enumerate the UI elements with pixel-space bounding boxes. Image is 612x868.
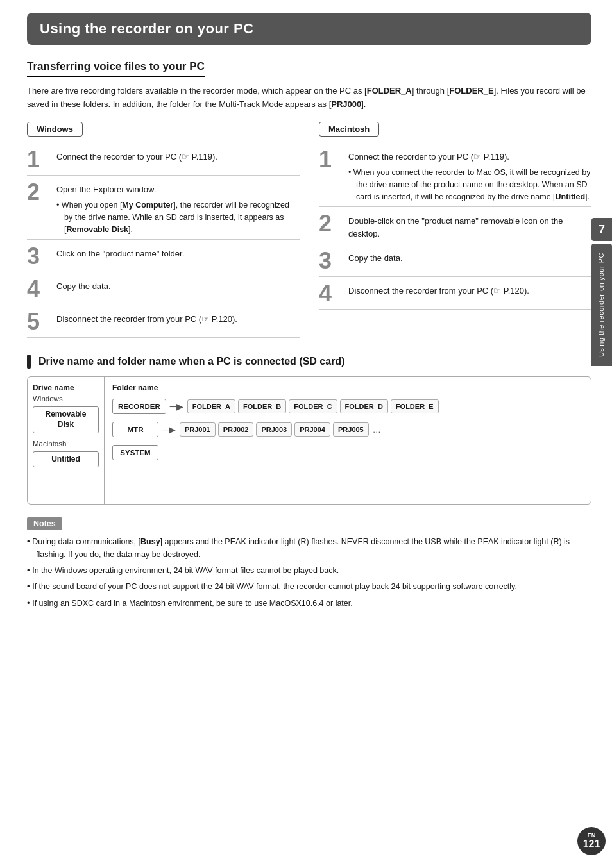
mac-step-4: 4 Disconnect the recorder from your PC (…: [319, 278, 591, 310]
note-item-3: If the sound board of your PC does not s…: [27, 580, 591, 593]
win-step-5-text: Disconnect the recorder from your PC (☞ …: [56, 314, 237, 324]
win-step-5: 5 Disconnect the recorder from your PC (…: [27, 306, 300, 338]
system-row: SYSTEM: [112, 445, 583, 460]
chapter-number: 7: [591, 218, 612, 241]
mac-step-4-text: Disconnect the recorder from your PC (☞ …: [348, 286, 529, 296]
mac-step-1: 1 Connect the recorder to your PC (☞ P.1…: [319, 144, 591, 208]
prj001-box: PRJ001: [180, 422, 216, 437]
mac-step-3: 3 Copy the data.: [319, 246, 591, 277]
arrow-recorder: ─▶: [170, 401, 183, 412]
prj003-box: PRJ003: [256, 422, 292, 437]
notes-header: Notes: [27, 517, 62, 530]
drive-label: Drive name: [33, 383, 99, 392]
mac-column: Macintosh 1 Connect the recorder to your…: [319, 122, 591, 340]
win-step-2: 2 Open the Explorer window. • When you o…: [27, 177, 300, 240]
folder-a-box: FOLDER_A: [187, 399, 235, 413]
folder-b-box: FOLDER_B: [238, 399, 286, 413]
mac-step-2-text: Double-click on the "product name" remov…: [348, 216, 563, 238]
mac-os-label: Macintosh: [33, 440, 99, 447]
prj004-box: PRJ004: [294, 422, 330, 437]
note-item-4: If using an SDXC card in a Macintosh env…: [27, 597, 591, 610]
folder-col: Folder name RECORDER ─▶ FOLDER_A FOLDER_…: [105, 377, 591, 504]
mac-step-2: 2 Double-click on the "product name" rem…: [319, 208, 591, 244]
folder-d-box: FOLDER_D: [340, 399, 388, 413]
page-title: Using the recorder on your PC: [40, 21, 579, 37]
mac-step-3-text: Copy the data.: [348, 253, 403, 263]
folder-label: Folder name: [112, 383, 583, 392]
page-header: Using the recorder on your PC: [27, 13, 591, 45]
note-item-1: During data communications, [Busy] appea…: [27, 535, 591, 561]
diagram-box: Drive name Windows Removable Disk Macint…: [27, 376, 591, 505]
windows-column: Windows 1 Connect the recorder to your P…: [27, 122, 300, 340]
prj002-box: PRJ002: [218, 422, 254, 437]
folder-e-box: FOLDER_E: [391, 399, 439, 413]
folder-c-box: FOLDER_C: [289, 399, 337, 413]
notes-section: Notes During data communications, [Busy]…: [27, 517, 591, 610]
windows-os-label: Windows: [33, 395, 99, 403]
arrow-mtr: ─▶: [162, 424, 176, 435]
page-number: 121: [583, 839, 600, 850]
note-item-2: In the Windows operating environment, 24…: [27, 564, 591, 577]
mtr-row: MTR ─▶ PRJ001 PRJ002 PRJ003 PRJ004 PRJ00…: [112, 422, 583, 437]
win-step-2-text: Open the Explorer window.: [56, 185, 156, 194]
mac-step-1-text: Connect the recorder to your PC (☞ P.119…: [348, 152, 509, 162]
mtr-box: MTR: [112, 422, 158, 437]
recorder-row: RECORDER ─▶ FOLDER_A FOLDER_B FOLDER_C F…: [112, 399, 583, 414]
steps-columns: Windows 1 Connect the recorder to your P…: [27, 122, 591, 340]
win-step-1-text: Connect the recorder to your PC (☞ P.119…: [56, 152, 217, 162]
intro-text: There are five recording folders availab…: [27, 85, 591, 112]
win-step-4: 4 Copy the data.: [27, 274, 300, 305]
win-step-3: 3 Click on the "product name" folder.: [27, 241, 300, 272]
recorder-box: RECORDER: [112, 399, 166, 414]
mac-tab: Macintosh: [319, 122, 379, 137]
en-label: EN: [588, 833, 596, 839]
section1-title: Transferring voice files to your PC: [27, 60, 205, 77]
win-step-1: 1 Connect the recorder to your PC (☞ P.1…: [27, 144, 300, 176]
prj005-box: PRJ005: [333, 422, 369, 437]
section2-title: Drive name and folder name when a PC is …: [27, 355, 591, 369]
win-step-3-text: Click on the "product name" folder.: [56, 249, 184, 258]
win-drive-box: Removable Disk: [33, 406, 99, 433]
page-badge: EN 121: [577, 827, 606, 855]
win-step-4-text: Copy the data.: [56, 281, 111, 291]
windows-tab: Windows: [27, 122, 83, 137]
side-tab: Using the recorder on your PC: [591, 244, 612, 366]
drive-col: Drive name Windows Removable Disk Macint…: [28, 377, 105, 504]
mac-drive-box: Untitled: [33, 451, 99, 468]
notes-list: During data communications, [Busy] appea…: [27, 535, 591, 610]
system-box: SYSTEM: [112, 445, 158, 460]
ellipsis: …: [373, 425, 381, 435]
